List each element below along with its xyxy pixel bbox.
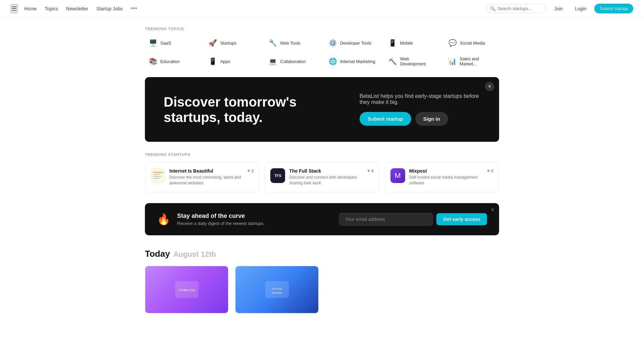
product-thumb-2: AI Form Generator bbox=[235, 266, 318, 313]
startup-info-iib: Internet Is Beautiful Discover the most … bbox=[169, 168, 244, 186]
fire-icon: 🔥 bbox=[157, 213, 170, 226]
nav-home[interactable]: Home bbox=[24, 6, 37, 11]
join-button[interactable]: Join bbox=[550, 4, 567, 13]
developer-tools-icon: ⚙️ bbox=[328, 39, 337, 47]
hamburger-button[interactable]: ☰ bbox=[11, 4, 17, 13]
hero-buttons: Submit startup Sign in bbox=[360, 112, 480, 126]
svg-rect-3 bbox=[153, 176, 162, 177]
trending-topics-label: TRENDING TOPICS bbox=[145, 27, 499, 31]
saas-label: SaaS bbox=[160, 41, 171, 46]
early-access-button[interactable]: Get early access bbox=[436, 213, 487, 225]
products-grid: Create icon AI Form Generator bbox=[145, 266, 499, 313]
topic-developer-tools[interactable]: ⚙️ Developer Tools bbox=[325, 36, 379, 50]
apps-icon: 📱 bbox=[208, 57, 218, 65]
sales-marketing-icon: 📊 bbox=[448, 57, 457, 65]
svg-text:Create icon: Create icon bbox=[178, 288, 195, 292]
startup-info-mixpost: Mixpost Self-hosted social media managem… bbox=[409, 168, 483, 186]
product-card-2[interactable]: AI Form Generator bbox=[235, 266, 319, 313]
topic-internet-marketing[interactable]: 🌐 Internet Marketing bbox=[325, 54, 379, 69]
login-button[interactable]: Login bbox=[571, 4, 590, 13]
newsletter-text: Stay ahead of the curve Receive a daily … bbox=[177, 213, 265, 226]
topic-saas[interactable]: 🖥️ SaaS bbox=[145, 36, 200, 50]
search-box: 🔍 bbox=[486, 4, 546, 13]
startup-card-iib[interactable]: Internet Is Beautiful Discover the most … bbox=[145, 162, 259, 192]
product-thumb-1: Create icon bbox=[145, 266, 228, 313]
mobile-icon: 📱 bbox=[388, 39, 397, 47]
submit-startup-nav-button[interactable]: Submit startup bbox=[594, 4, 633, 13]
social-media-icon: 💬 bbox=[448, 39, 457, 47]
developer-tools-label: Developer Tools bbox=[340, 41, 371, 46]
topic-mobile[interactable]: 📱 Mobile bbox=[385, 36, 439, 50]
today-date: August 12th bbox=[173, 250, 216, 259]
topic-apps[interactable]: 📱 Apps bbox=[205, 54, 260, 69]
topic-startups[interactable]: 🚀 Startups bbox=[205, 36, 260, 50]
startup-name-mixpost: Mixpost bbox=[409, 168, 483, 174]
social-media-label: Social Media bbox=[460, 41, 485, 46]
svg-text:AI Form: AI Form bbox=[272, 287, 282, 290]
collaboration-icon: 💻 bbox=[268, 57, 277, 65]
education-icon: 📚 bbox=[148, 57, 158, 65]
internet-marketing-label: Internet Marketing bbox=[340, 59, 375, 64]
startup-name-tfs: The Full Stack bbox=[289, 168, 363, 174]
startup-desc-iib: Discover the most interesting, weird and… bbox=[169, 175, 244, 186]
startups-icon: 🚀 bbox=[208, 39, 218, 47]
startup-likes-iib[interactable]: ♥ 2 bbox=[248, 168, 254, 173]
product-card-1[interactable]: Create icon bbox=[145, 266, 228, 313]
newsletter-close-button[interactable]: × bbox=[491, 206, 494, 214]
likes-count-tfs: 4 bbox=[371, 169, 374, 173]
navbar: ☰ Home Topics Newsletter Startup Jobs ••… bbox=[0, 0, 644, 17]
startup-logo-tfs: TFS bbox=[270, 168, 285, 183]
search-icon: 🔍 bbox=[490, 6, 495, 11]
nav-more-dots[interactable]: ••• bbox=[131, 5, 137, 12]
today-header: Today August 12th bbox=[145, 249, 499, 259]
hero-signin-button[interactable]: Sign in bbox=[415, 112, 448, 126]
education-label: Education bbox=[160, 59, 180, 64]
startup-likes-mixpost[interactable]: ♥ 2 bbox=[487, 168, 493, 173]
web-development-label: Web Development bbox=[400, 56, 436, 66]
nav-right: 🔍 Join Login Submit startup bbox=[486, 4, 633, 13]
search-input[interactable] bbox=[497, 6, 541, 11]
nav-startup-jobs[interactable]: Startup Jobs bbox=[96, 6, 123, 11]
startup-header-mixpost: M Mixpost Self-hosted social media manag… bbox=[390, 168, 493, 186]
startup-card-mixpost[interactable]: M Mixpost Self-hosted social media manag… bbox=[385, 162, 499, 192]
startup-likes-tfs[interactable]: ♥ 4 bbox=[367, 168, 373, 173]
today-title: Today bbox=[145, 249, 170, 259]
hero-headline: Discover tomorrow's startups, today. bbox=[164, 94, 325, 125]
topic-social-media[interactable]: 💬 Social Media bbox=[444, 36, 499, 50]
hero-close-button[interactable]: × bbox=[485, 82, 494, 91]
heart-icon-iib: ♥ bbox=[248, 168, 250, 173]
nav-newsletter[interactable]: Newsletter bbox=[66, 6, 88, 11]
topic-education[interactable]: 📚 Education bbox=[145, 54, 200, 69]
hero-subtext: BetaList helps you find early-stage star… bbox=[360, 93, 480, 105]
startup-logo-iib bbox=[151, 168, 165, 183]
newsletter-form: Get early access bbox=[339, 213, 487, 226]
startups-label: Startups bbox=[220, 41, 236, 46]
sales-marketing-label: Sales and Market... bbox=[460, 56, 496, 66]
newsletter-banner: 🔥 Stay ahead of the curve Receive a dail… bbox=[145, 203, 499, 235]
nav-links: Home Topics Newsletter Startup Jobs ••• bbox=[24, 5, 486, 12]
email-input[interactable] bbox=[339, 213, 433, 226]
internet-marketing-icon: 🌐 bbox=[328, 57, 337, 65]
startup-card-tfs[interactable]: TFS The Full Stack Discover and connect … bbox=[265, 162, 379, 192]
svg-rect-1 bbox=[153, 172, 163, 173]
hero-left: Discover tomorrow's startups, today. bbox=[164, 94, 325, 125]
mobile-label: Mobile bbox=[400, 41, 413, 46]
svg-rect-4 bbox=[153, 178, 159, 179]
heart-icon-tfs: ♥ bbox=[367, 168, 370, 173]
svg-text:Generator: Generator bbox=[272, 292, 282, 294]
saas-icon: 🖥️ bbox=[148, 39, 158, 47]
trending-startups-label: TRENDING STARTUPS bbox=[145, 153, 499, 157]
hero-banner: Discover tomorrow's startups, today. Bet… bbox=[145, 77, 499, 142]
topic-sales-marketing[interactable]: 📊 Sales and Market... bbox=[444, 54, 499, 69]
startup-desc-tfs: Discover and connect with developers sha… bbox=[289, 175, 363, 186]
web-development-icon: 🔨 bbox=[388, 57, 397, 65]
apps-label: Apps bbox=[220, 59, 230, 64]
svg-rect-2 bbox=[153, 174, 161, 175]
startup-desc-mixpost: Self-hosted social media management soft… bbox=[409, 175, 483, 186]
nav-topics[interactable]: Topics bbox=[45, 6, 58, 11]
topic-web-development[interactable]: 🔨 Web Development bbox=[385, 54, 439, 69]
topic-web-tools[interactable]: 🔧 Web Tools bbox=[265, 36, 319, 50]
topic-collaboration[interactable]: 💻 Collaboration bbox=[265, 54, 319, 69]
newsletter-subtext: Receive a daily digest of the newest sta… bbox=[177, 221, 265, 226]
hero-submit-button[interactable]: Submit startup bbox=[360, 112, 411, 126]
